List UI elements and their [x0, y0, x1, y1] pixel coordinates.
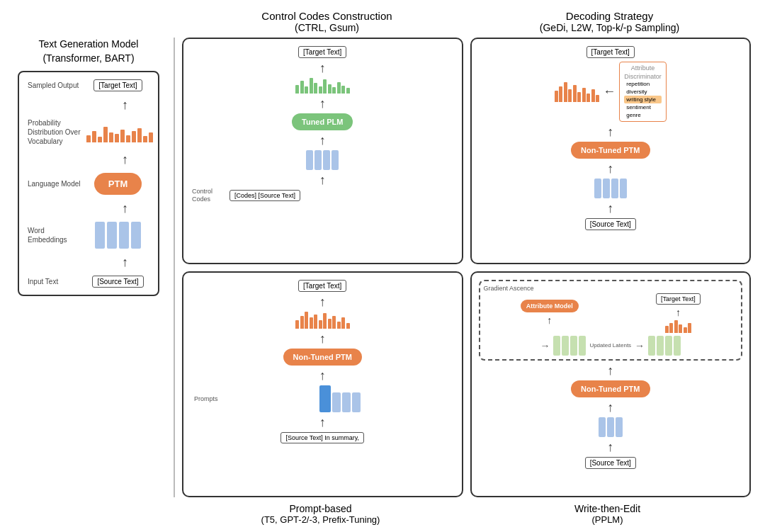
input-text-label: Input Text	[28, 277, 81, 286]
bl-orange-bars	[295, 312, 350, 329]
arrow-4: ↑	[122, 256, 128, 268]
br-arrow-3: ↑	[607, 364, 613, 377]
bl-arrow-1: ↑	[319, 295, 326, 308]
latent-bar-7	[665, 336, 672, 356]
br-non-tuned-ptm: Non-Tuned PTM	[571, 380, 650, 397]
bl-non-tuned-ptm: Non-Tuned PTM	[283, 349, 363, 366]
bl-arrow-3: ↑	[319, 369, 326, 382]
language-model-row: Language Model PTM	[28, 173, 149, 195]
latent-bar-4	[579, 336, 586, 356]
latent-bar-8	[674, 336, 681, 356]
prompt-bar-4	[352, 392, 361, 412]
latent-bar-2	[562, 336, 569, 356]
center-header: Control Codes Construction (CTRL, Gsum)	[186, 10, 468, 33]
bl-input-text: [Source Text] In summary,	[280, 432, 364, 443]
tl-arrow-3: ↑	[319, 134, 326, 147]
control-codes-label: ControlCodes	[192, 188, 212, 203]
prompts-label: Prompts	[194, 395, 218, 402]
bottom-left-label: Prompt-based (T5, GPT-2/-3, Prefix-Tunin…	[177, 503, 464, 525]
tr-embed-bars	[594, 179, 627, 198]
top-right-diagram: [Target Text] ←	[470, 38, 752, 264]
prob-dist-bars	[86, 123, 153, 142]
latent-bar-3	[570, 336, 577, 356]
vertical-divider	[174, 38, 175, 497]
br-dashed-arrow-1: →	[540, 340, 550, 351]
latent-bar-1	[553, 336, 560, 356]
word-embed-label: Word Embeddings	[28, 226, 81, 244]
gradient-label: Gradient Ascence	[484, 285, 738, 292]
sampled-output-label: Sampled Output	[28, 81, 81, 90]
bl-arrow-4: ↑	[319, 416, 326, 429]
updated-latents-label: Updated Latents	[589, 342, 631, 349]
prompt-bar-1	[319, 385, 331, 412]
attr-disc-subtitle-label: Discriminator	[624, 73, 662, 80]
attr-item-genre: genre	[624, 111, 662, 119]
ptm-box: PTM	[94, 173, 142, 195]
left-title: Text Generation Model (Transformer, BART…	[39, 38, 139, 65]
tr-orange-bars	[555, 82, 600, 102]
input-text-row: Input Text [Source Text]	[28, 276, 149, 288]
latent-bar-5	[648, 336, 655, 356]
arrow-1: ↑	[122, 98, 128, 111]
prob-dist-label: Probability Distribution Over Vocabulary	[28, 118, 81, 146]
sampled-output-row: Sampled Output [Target Text]	[28, 79, 149, 91]
gradient-ascent-box: Gradient Ascence Attribute Model ↑ [Targ…	[479, 280, 743, 361]
bottom-left-diagram: [Target Text] ↑ ↑	[182, 271, 463, 498]
model-box: Sampled Output [Target Text] ↑ Probabili…	[18, 71, 159, 296]
arrow-2: ↑	[122, 153, 128, 166]
tl-green-bars	[295, 78, 350, 94]
bottom-right-label: Write-then-Edit (PPLM)	[464, 503, 751, 525]
br-target-text: [Target Text]	[656, 293, 701, 305]
bl-arrow-2: ↑	[319, 332, 326, 345]
tl-input-text: [Codes] [Source Text]	[230, 190, 300, 201]
br-embed-bars	[599, 417, 623, 437]
br-arrow-5: ↑	[607, 441, 613, 453]
br-target-bars	[665, 320, 692, 333]
tl-target-text: [Target Text]	[298, 46, 346, 58]
tr-left-arrow: ←	[603, 84, 616, 99]
prob-dist-row: Probability Distribution Over Vocabulary	[28, 118, 149, 146]
tl-embed-bars	[306, 150, 339, 170]
tl-arrow-2: ↑	[319, 97, 326, 110]
sampled-output-value: [Target Text]	[94, 79, 142, 91]
attr-discriminator-box: Attribute Discriminator repetition diver…	[619, 62, 667, 122]
main-container: Control Codes Construction (CTRL, Gsum) …	[0, 0, 765, 532]
word-embed-row: Word Embeddings	[28, 222, 149, 249]
latent-bar-6	[657, 336, 664, 356]
prompt-bar-3	[342, 392, 351, 412]
language-model-label: Language Model	[28, 179, 81, 188]
word-embed-bars	[95, 222, 141, 249]
attr-item-repetition: repetition	[624, 80, 662, 88]
attr-item-writing-style: writing style	[624, 96, 662, 103]
br-dashed-arrow-2: →	[635, 340, 645, 351]
attribute-model-box: Attribute Model	[521, 300, 579, 312]
tr-arrow-2: ↑	[607, 125, 613, 138]
right-header: Decoding Strategy (GeDi, L2W, Top-k/-p S…	[468, 10, 751, 33]
input-text-value: [Source Text]	[92, 276, 143, 288]
attr-item-diversity: diversity	[624, 88, 662, 96]
tr-source-text: [Source Text]	[585, 218, 636, 230]
br-source-text: [Source Text]	[585, 457, 636, 469]
bottom-right-diagram: Gradient Ascence Attribute Model ↑ [Targ…	[470, 271, 752, 498]
top-left-diagram: [Target Text] ↑ ↑	[182, 38, 463, 264]
tl-arrow-1: ↑	[319, 62, 326, 74]
tr-arrow-4: ↑	[607, 202, 613, 215]
tl-arrow-4: ↑	[319, 174, 326, 186]
tr-non-tuned-ptm: Non-Tuned PTM	[571, 142, 650, 159]
bl-target-text: [Target Text]	[298, 280, 346, 292]
br-arrow-4: ↑	[607, 401, 613, 414]
br-arrow-up-2: ↑	[676, 307, 681, 318]
br-arrow-up-1: ↑	[547, 315, 552, 326]
left-panel: Text Generation Model (Transformer, BART…	[14, 38, 163, 497]
arrow-3: ↑	[122, 202, 128, 215]
tr-arrow-3: ↑	[607, 162, 613, 175]
tuned-plm-box: Tuned PLM	[292, 113, 353, 130]
attr-item-sentiment: sentiment	[624, 103, 662, 111]
tr-target-text: [Target Text]	[586, 46, 635, 58]
prompt-bar-2	[332, 392, 341, 412]
attr-disc-title-label: Attribute	[624, 64, 662, 72]
